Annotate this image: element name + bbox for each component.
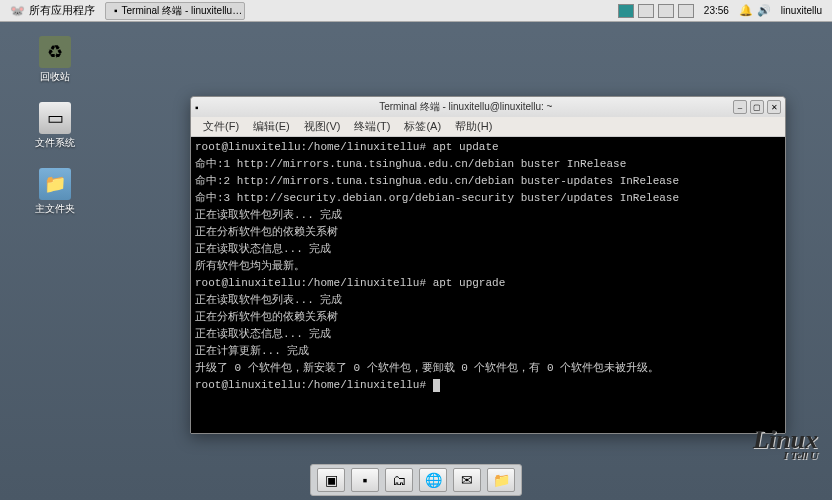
terminal-output[interactable]: root@linuxitellu:/home/linuxitellu# apt … [191,137,785,433]
volume-icon[interactable]: 🔊 [757,4,771,17]
terminal-title: Terminal 终端 - linuxitellu@linuxitellu: ~ [199,100,733,114]
user-label[interactable]: linuxitellu [775,5,828,16]
dock-terminal[interactable]: ▪ [351,468,379,492]
menu-tabs[interactable]: 标签(A) [398,117,447,136]
workspace-1[interactable] [618,4,634,18]
menu-edit[interactable]: 编辑(E) [247,117,296,136]
workspace-4[interactable] [678,4,694,18]
terminal-titlebar[interactable]: ▪ Terminal 终端 - linuxitellu@linuxitellu:… [191,97,785,117]
dock: ▣ ▪ 🗂 🌐 ✉ 📁 [310,464,522,496]
desktop-filesystem-label: 文件系统 [35,136,75,150]
dock-folder[interactable]: 📁 [487,468,515,492]
dock-web[interactable]: 🌐 [419,468,447,492]
minimize-button[interactable]: – [733,100,747,114]
taskbar-terminal[interactable]: ▪ Terminal 终端 - linuxitellu… [105,2,245,20]
trash-icon: ♻ [39,36,71,68]
menu-file[interactable]: 文件(F) [197,117,245,136]
notification-icon[interactable]: 🔔 [739,4,753,17]
menu-terminal[interactable]: 终端(T) [348,117,396,136]
dock-files[interactable]: 🗂 [385,468,413,492]
close-button[interactable]: ✕ [767,100,781,114]
menu-view[interactable]: 视图(V) [298,117,347,136]
clock[interactable]: 23:56 [698,5,735,16]
desktop-trash-label: 回收站 [40,70,70,84]
folder-icon: 📁 [39,168,71,200]
dock-show-desktop[interactable]: ▣ [317,468,345,492]
distro-logo: Linux I Tell U [753,430,818,460]
terminal-window: ▪ Terminal 终端 - linuxitellu@linuxitellu:… [190,96,786,434]
mouse-icon: 🐭 [10,4,25,18]
maximize-button[interactable]: ▢ [750,100,764,114]
top-panel: 🐭 所有应用程序 ▪ Terminal 终端 - linuxitellu… 23… [0,0,832,22]
workspace-2[interactable] [638,4,654,18]
drive-icon: ▭ [39,102,71,134]
applications-menu[interactable]: 🐭 所有应用程序 [4,1,101,20]
dock-mail[interactable]: ✉ [453,468,481,492]
applications-menu-label: 所有应用程序 [29,3,95,18]
taskbar-terminal-label: Terminal 终端 - linuxitellu… [122,4,243,18]
desktop-home-label: 主文件夹 [35,202,75,216]
menu-help[interactable]: 帮助(H) [449,117,498,136]
terminal-cursor [433,379,440,392]
terminal-menubar: 文件(F) 编辑(E) 视图(V) 终端(T) 标签(A) 帮助(H) [191,117,785,137]
desktop-filesystem[interactable]: ▭ 文件系统 [30,102,80,150]
workspace-3[interactable] [658,4,674,18]
taskbar-terminal-icon: ▪ [114,5,118,16]
desktop-trash[interactable]: ♻ 回收站 [30,36,80,84]
desktop-home[interactable]: 📁 主文件夹 [30,168,80,216]
